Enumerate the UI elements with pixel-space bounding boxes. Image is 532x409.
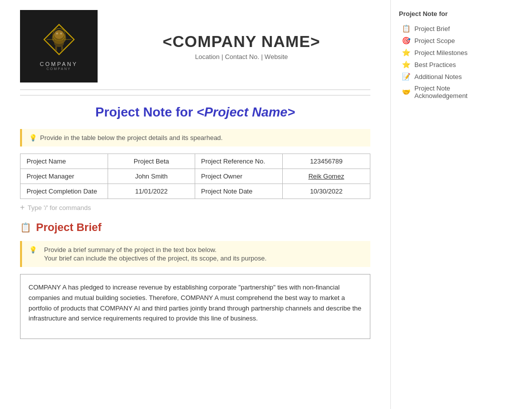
command-hint[interactable]: + Type '/' for commands — [20, 203, 370, 212]
sidebar-icon-scope: 🎯 — [402, 36, 410, 44]
table-cell-value: 11/01/2022 — [108, 184, 195, 199]
svg-point-2 — [54, 30, 64, 39]
logo-sub: COMPANY — [47, 67, 71, 70]
table-cell-label: Project Name — [21, 154, 108, 169]
sidebar-item-additional-notes[interactable]: 📝 Additional Notes — [399, 70, 497, 82]
sidebar-icon-milestones: ⭐ — [402, 48, 410, 56]
sidebar-icon-additional-notes: 📝 — [402, 72, 410, 80]
brief-section-title: Project Brief — [36, 221, 102, 234]
hint-text-1: Provide in the table below the project d… — [40, 134, 223, 142]
hint-icon-1: 💡 — [29, 134, 37, 142]
sidebar-icon-brief: 📋 — [402, 24, 410, 32]
logo-diamond — [42, 22, 77, 57]
sidebar-label-scope: Project Scope — [414, 37, 455, 44]
command-hint-text: Type '/' for commands — [28, 204, 91, 212]
table-cell-value-owner: Reik Gomez — [282, 169, 370, 184]
table-cell-value: 10/30/2022 — [282, 184, 370, 199]
table-cell-label: Project Reference No. — [195, 154, 282, 169]
sidebar-item-acknowledgement[interactable]: 🤝 Project Note Acknowledgement — [399, 82, 497, 102]
company-info: <COMPANY NAME> Location | Contact No. | … — [113, 32, 370, 60]
hint-line-2: Your brief can include the objectives of… — [44, 254, 267, 262]
sidebar-label-additional-notes: Additional Notes — [414, 73, 462, 80]
table-cell-value: 123456789 — [282, 154, 370, 169]
hint-line-1: Provide a brief summary of the project i… — [44, 246, 267, 254]
sidebar-title: Project Note for — [399, 10, 497, 18]
page-title-project: <Project Name> — [197, 104, 295, 120]
hint-box-1: 💡Provide in the table below the project … — [20, 129, 370, 146]
table-cell-label: Project Completion Date — [21, 184, 108, 199]
svg-rect-5 — [55, 46, 57, 51]
hint-icon-brief: 💡 — [29, 246, 37, 254]
sidebar: Project Note for 📋 Project Brief 🎯 Proje… — [390, 0, 505, 409]
table-cell-value: John Smith — [108, 169, 195, 184]
section-brief-heading: 📋 Project Brief — [20, 221, 370, 234]
svg-point-4 — [54, 39, 64, 47]
brief-content: COMPANY A has pledged to increase revenu… — [29, 282, 362, 324]
sidebar-item-brief[interactable]: 📋 Project Brief — [399, 22, 497, 34]
logo-box: COMPANY COMPANY — [20, 10, 98, 82]
header-divider — [20, 95, 370, 96]
page-title: Project Note for <Project Name> — [20, 104, 370, 120]
sidebar-label-best-practices: Best Practices — [414, 61, 456, 68]
table-cell-label: Project Note Date — [195, 184, 282, 199]
table-cell-label: Project Manager — [21, 169, 108, 184]
hint-box-brief: 💡 Provide a brief summary of the project… — [20, 241, 370, 267]
project-table: Project Name Project Beta Project Refere… — [20, 154, 370, 199]
svg-point-7 — [56, 32, 58, 34]
table-cell-label: Project Owner — [195, 169, 282, 184]
logo-text: COMPANY — [40, 61, 78, 67]
sidebar-item-best-practices[interactable]: ⭐ Best Practices — [399, 58, 497, 70]
table-cell-value: Project Beta — [108, 154, 195, 169]
sidebar-label-milestones: Project Milestones — [414, 49, 467, 56]
brief-section-icon: 📋 — [20, 222, 31, 233]
sidebar-item-milestones[interactable]: ⭐ Project Milestones — [399, 46, 497, 58]
page-title-static: Project Note for — [96, 104, 197, 120]
plus-icon: + — [20, 203, 25, 212]
sidebar-label-brief: Project Brief — [414, 25, 450, 32]
table-row: Project Manager John Smith Project Owner… — [21, 169, 370, 184]
brief-textbox[interactable]: COMPANY A has pledged to increase revenu… — [20, 274, 370, 339]
svg-rect-6 — [61, 46, 63, 51]
company-details: Location | Contact No. | Website — [113, 53, 370, 60]
main-content: COMPANY COMPANY <COMPANY NAME> Location … — [0, 0, 390, 409]
company-name: <COMPANY NAME> — [113, 32, 370, 51]
sidebar-item-scope[interactable]: 🎯 Project Scope — [399, 34, 497, 46]
hint-text-brief: Provide a brief summary of the project i… — [44, 246, 267, 262]
sidebar-icon-best-practices: ⭐ — [402, 60, 410, 68]
svg-point-8 — [60, 32, 62, 34]
header: COMPANY COMPANY <COMPANY NAME> Location … — [20, 5, 370, 90]
table-row: Project Name Project Beta Project Refere… — [21, 154, 370, 169]
sidebar-icon-acknowledgement: 🤝 — [402, 88, 410, 96]
sidebar-label-acknowledgement: Project Note Acknowledgement — [414, 84, 494, 100]
table-row: Project Completion Date 11/01/2022 Proje… — [21, 184, 370, 199]
